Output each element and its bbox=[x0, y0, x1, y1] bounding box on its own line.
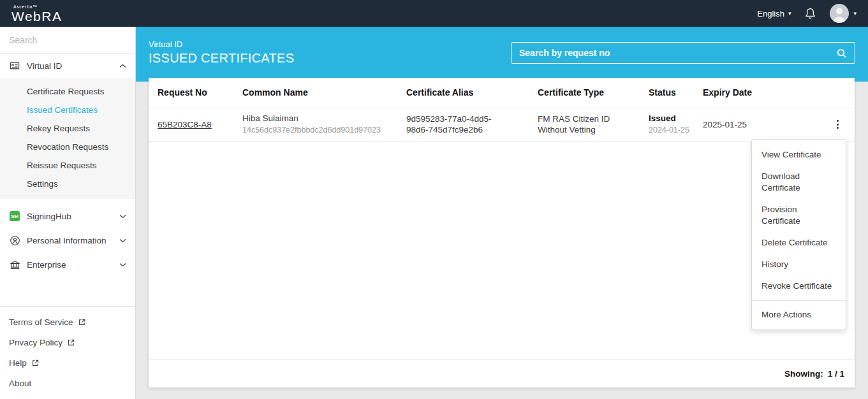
column-header-certificate-alias: Certificate Alias bbox=[406, 87, 538, 98]
footer-link-about[interactable]: About bbox=[9, 373, 126, 393]
chevron-down-icon bbox=[119, 238, 126, 243]
common-name: Hiba Sulaiman bbox=[242, 113, 397, 124]
external-link-icon bbox=[67, 338, 75, 347]
search-icon[interactable] bbox=[836, 48, 847, 59]
sidebar-item-label: Personal Information bbox=[27, 236, 113, 245]
virtual-id-submenu: Certificate Requests Issued Certificates… bbox=[0, 78, 135, 199]
menu-item-revoke-certificate[interactable]: Revoke Certificate bbox=[752, 275, 846, 297]
caret-down-icon: ▾ bbox=[788, 11, 791, 17]
expiry-date: 2025-01-25 bbox=[703, 119, 821, 130]
status-badge: Issued bbox=[649, 113, 694, 124]
row-actions-button[interactable] bbox=[830, 116, 846, 133]
column-header-certificate-type: Certificate Type bbox=[538, 87, 649, 98]
chevron-down-icon bbox=[119, 214, 126, 219]
id-card-icon bbox=[9, 61, 20, 71]
common-name-id: 14c56dc937e2fbbbdc2d6dd901d97023 bbox=[242, 125, 397, 136]
sidebar: Virtual ID Certificate Requests Issued C… bbox=[0, 27, 136, 399]
chevron-down-icon bbox=[119, 263, 126, 267]
column-header-expiry-date: Expiry Date bbox=[703, 87, 821, 98]
breadcrumb: Virtual ID bbox=[149, 40, 294, 49]
showing-value: 1 / 1 bbox=[828, 369, 844, 379]
person-icon bbox=[9, 235, 20, 246]
sidebar-item-certificate-requests[interactable]: Certificate Requests bbox=[0, 82, 135, 101]
menu-item-delete-certificate[interactable]: Delete Certificate bbox=[752, 232, 846, 254]
certificate-alias: 9d595283-77a0-4dd5-98d6-745d7fc9e2b6 bbox=[406, 113, 503, 135]
language-selector[interactable]: English ▾ bbox=[757, 9, 791, 18]
avatar bbox=[830, 4, 849, 23]
caret-down-icon: ▾ bbox=[853, 11, 857, 17]
sidebar-search-input[interactable] bbox=[9, 35, 124, 45]
footer-link-terms-of-service[interactable]: Terms of Service bbox=[9, 312, 126, 332]
language-label: English bbox=[757, 9, 784, 18]
footer-link-help[interactable]: Help bbox=[9, 352, 126, 373]
chevron-up-icon bbox=[119, 64, 126, 68]
column-header-status: Status bbox=[649, 87, 703, 98]
signinghub-badge-icon: SH bbox=[9, 211, 20, 221]
page-header-band: Virtual ID ISSUED CERTIFICATES bbox=[136, 27, 868, 82]
status-date: 2024-01-25 bbox=[649, 125, 694, 136]
external-link-icon bbox=[31, 359, 40, 367]
column-header-request-no: Request No bbox=[158, 87, 242, 98]
sidebar-item-label: Enterprise bbox=[27, 260, 113, 270]
menu-item-provision-certificate[interactable]: Provision Certificate bbox=[752, 199, 846, 232]
topbar-actions: English ▾ ▾ bbox=[757, 4, 857, 23]
sidebar-item-label: SigningHub bbox=[27, 212, 113, 221]
menu-divider bbox=[752, 300, 846, 301]
certificate-type: FM RAS Citizen ID Without Vetting bbox=[538, 113, 646, 135]
topbar: Ascertia™ WebRA English ▾ ▾ bbox=[0, 0, 868, 27]
sidebar-item-reissue-requests[interactable]: Reissue Requests bbox=[0, 156, 135, 175]
sidebar-item-revocation-requests[interactable]: Revocation Requests bbox=[0, 138, 135, 156]
table-row: 65B203C8-A8 Hiba Sulaiman 14c56dc937e2fb… bbox=[149, 108, 855, 141]
sidebar-item-virtual-id[interactable]: Virtual ID bbox=[0, 54, 135, 78]
request-search-box bbox=[511, 42, 855, 64]
sidebar-item-rekey-requests[interactable]: Rekey Requests bbox=[0, 119, 135, 138]
sidebar-item-enterprise[interactable]: Enterprise bbox=[0, 252, 135, 277]
sidebar-item-label: Virtual ID bbox=[27, 61, 113, 71]
sidebar-search bbox=[0, 27, 135, 54]
bank-icon bbox=[9, 259, 20, 270]
notifications-button[interactable] bbox=[804, 6, 817, 20]
user-menu-button[interactable]: ▾ bbox=[830, 4, 857, 23]
app-logo[interactable]: Ascertia™ WebRA bbox=[11, 4, 62, 23]
showing-label: Showing: bbox=[784, 369, 823, 379]
kebab-icon bbox=[837, 120, 839, 122]
menu-item-history[interactable]: History bbox=[752, 254, 846, 275]
bell-icon bbox=[804, 6, 817, 20]
sidebar-item-signinghub[interactable]: SH SigningHub bbox=[0, 204, 135, 228]
row-actions-menu: View Certificate Download Certificate Pr… bbox=[751, 139, 846, 330]
sidebar-item-issued-certificates[interactable]: Issued Certificates bbox=[0, 101, 135, 119]
menu-item-more-actions[interactable]: More Actions bbox=[752, 304, 846, 326]
main-content: Virtual ID ISSUED CERTIFICATES Request N… bbox=[136, 27, 868, 399]
brand-company: Ascertia™ bbox=[13, 4, 62, 9]
sidebar-item-personal-information[interactable]: Personal Information bbox=[0, 228, 135, 252]
sidebar-footer: Terms of Service Privacy Policy Help Abo… bbox=[0, 306, 135, 398]
page-header-titles: Virtual ID ISSUED CERTIFICATES bbox=[149, 40, 294, 66]
brand-product: WebRA bbox=[11, 10, 62, 23]
request-search-input[interactable] bbox=[519, 48, 831, 58]
page-title: ISSUED CERTIFICATES bbox=[149, 51, 294, 66]
table-footer: Showing: 1 / 1 bbox=[149, 359, 855, 388]
table-header-row: Request No Common Name Certificate Alias… bbox=[149, 78, 855, 108]
menu-item-view-certificate[interactable]: View Certificate bbox=[752, 144, 846, 166]
issued-certificates-card: Request No Common Name Certificate Alias… bbox=[149, 78, 855, 388]
column-header-common-name: Common Name bbox=[242, 87, 406, 98]
footer-link-privacy-policy[interactable]: Privacy Policy bbox=[9, 332, 126, 352]
menu-item-download-certificate[interactable]: Download Certificate bbox=[752, 166, 846, 199]
external-link-icon bbox=[78, 318, 86, 326]
request-no-link[interactable]: 65B203C8-A8 bbox=[158, 120, 212, 129]
sidebar-item-settings[interactable]: Settings bbox=[0, 175, 135, 193]
